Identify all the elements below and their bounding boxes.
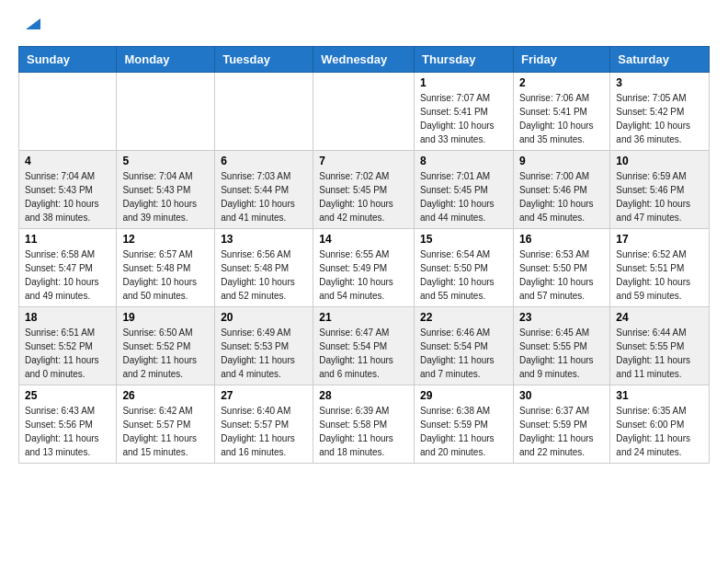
day-info: Sunrise: 7:02 AMSunset: 5:45 PMDaylight:… bbox=[319, 169, 408, 224]
day-number: 21 bbox=[319, 311, 408, 324]
calendar-week-row: 1Sunrise: 7:07 AMSunset: 5:41 PMDaylight… bbox=[19, 73, 710, 151]
day-info: Sunrise: 6:59 AMSunset: 5:46 PMDaylight:… bbox=[616, 169, 703, 224]
day-info: Sunrise: 7:04 AMSunset: 5:43 PMDaylight:… bbox=[122, 169, 209, 224]
day-number: 6 bbox=[221, 155, 307, 167]
day-info: Sunrise: 7:04 AMSunset: 5:43 PMDaylight:… bbox=[25, 169, 110, 224]
calendar-cell bbox=[215, 73, 313, 151]
day-number: 9 bbox=[519, 155, 604, 167]
day-number: 13 bbox=[221, 233, 307, 246]
day-info: Sunrise: 6:58 AMSunset: 5:47 PMDaylight:… bbox=[25, 247, 110, 303]
calendar-week-row: 18Sunrise: 6:51 AMSunset: 5:52 PMDayligh… bbox=[19, 307, 710, 385]
calendar-cell: 12Sunrise: 6:57 AMSunset: 5:48 PMDayligh… bbox=[117, 229, 215, 307]
calendar-cell: 16Sunrise: 6:53 AMSunset: 5:50 PMDayligh… bbox=[513, 229, 609, 307]
day-number: 14 bbox=[319, 233, 408, 246]
day-number: 28 bbox=[319, 389, 408, 402]
calendar-cell: 31Sunrise: 6:35 AMSunset: 6:00 PMDayligh… bbox=[610, 385, 710, 464]
day-number: 17 bbox=[616, 233, 703, 246]
logo-area bbox=[18, 15, 46, 37]
day-number: 24 bbox=[616, 311, 703, 324]
day-info: Sunrise: 6:55 AMSunset: 5:49 PMDaylight:… bbox=[319, 247, 408, 303]
calendar-cell: 11Sunrise: 6:58 AMSunset: 5:47 PMDayligh… bbox=[19, 229, 117, 307]
calendar-cell: 5Sunrise: 7:04 AMSunset: 5:43 PMDaylight… bbox=[117, 151, 215, 229]
day-number: 12 bbox=[122, 233, 209, 246]
day-info: Sunrise: 6:37 AMSunset: 5:59 PMDaylight:… bbox=[519, 404, 604, 459]
calendar-cell: 8Sunrise: 7:01 AMSunset: 5:45 PMDaylight… bbox=[415, 151, 514, 229]
day-number: 18 bbox=[25, 311, 110, 324]
day-info: Sunrise: 6:52 AMSunset: 5:51 PMDaylight:… bbox=[616, 247, 703, 303]
day-number: 20 bbox=[221, 311, 307, 324]
day-number: 25 bbox=[25, 389, 110, 402]
calendar-cell: 4Sunrise: 7:04 AMSunset: 5:43 PMDaylight… bbox=[19, 151, 117, 229]
calendar-cell: 10Sunrise: 6:59 AMSunset: 5:46 PMDayligh… bbox=[610, 151, 710, 229]
day-info: Sunrise: 7:07 AMSunset: 5:41 PMDaylight:… bbox=[420, 91, 507, 146]
calendar-cell bbox=[19, 73, 117, 151]
calendar-cell: 17Sunrise: 6:52 AMSunset: 5:51 PMDayligh… bbox=[610, 229, 710, 307]
day-number: 3 bbox=[616, 76, 703, 89]
calendar-cell: 21Sunrise: 6:47 AMSunset: 5:54 PMDayligh… bbox=[313, 307, 415, 385]
calendar-cell: 19Sunrise: 6:50 AMSunset: 5:52 PMDayligh… bbox=[117, 307, 215, 385]
logo bbox=[18, 15, 46, 37]
calendar-cell: 7Sunrise: 7:02 AMSunset: 5:45 PMDaylight… bbox=[313, 151, 415, 229]
weekday-header-wednesday: Wednesday bbox=[313, 47, 415, 73]
weekday-header-saturday: Saturday bbox=[610, 47, 710, 73]
day-number: 26 bbox=[122, 389, 209, 402]
day-info: Sunrise: 6:57 AMSunset: 5:48 PMDaylight:… bbox=[122, 247, 209, 303]
day-number: 7 bbox=[319, 155, 408, 167]
calendar-cell: 3Sunrise: 7:05 AMSunset: 5:42 PMDaylight… bbox=[610, 73, 710, 151]
weekday-header-tuesday: Tuesday bbox=[215, 47, 313, 73]
day-info: Sunrise: 6:47 AMSunset: 5:54 PMDaylight:… bbox=[319, 326, 408, 381]
calendar-cell: 25Sunrise: 6:43 AMSunset: 5:56 PMDayligh… bbox=[19, 385, 117, 464]
svg-marker-0 bbox=[26, 18, 40, 29]
page: SundayMondayTuesdayWednesdayThursdayFrid… bbox=[0, 0, 728, 478]
day-number: 16 bbox=[519, 233, 604, 246]
day-info: Sunrise: 7:06 AMSunset: 5:41 PMDaylight:… bbox=[519, 91, 604, 146]
weekday-header-friday: Friday bbox=[513, 47, 609, 73]
weekday-header-monday: Monday bbox=[117, 47, 215, 73]
calendar-cell: 22Sunrise: 6:46 AMSunset: 5:54 PMDayligh… bbox=[415, 307, 514, 385]
calendar-cell: 29Sunrise: 6:38 AMSunset: 5:59 PMDayligh… bbox=[415, 385, 514, 464]
weekday-header-thursday: Thursday bbox=[415, 47, 514, 73]
calendar-week-row: 25Sunrise: 6:43 AMSunset: 5:56 PMDayligh… bbox=[19, 385, 710, 464]
calendar-cell bbox=[313, 73, 415, 151]
day-info: Sunrise: 7:01 AMSunset: 5:45 PMDaylight:… bbox=[420, 169, 507, 224]
calendar-cell: 6Sunrise: 7:03 AMSunset: 5:44 PMDaylight… bbox=[215, 151, 313, 229]
calendar-week-row: 11Sunrise: 6:58 AMSunset: 5:47 PMDayligh… bbox=[19, 229, 710, 307]
calendar-cell: 30Sunrise: 6:37 AMSunset: 5:59 PMDayligh… bbox=[513, 385, 609, 464]
day-number: 29 bbox=[420, 389, 507, 402]
day-number: 31 bbox=[616, 389, 703, 402]
day-number: 19 bbox=[122, 311, 209, 324]
calendar-cell bbox=[117, 73, 215, 151]
day-info: Sunrise: 6:42 AMSunset: 5:57 PMDaylight:… bbox=[122, 404, 209, 459]
day-info: Sunrise: 6:39 AMSunset: 5:58 PMDaylight:… bbox=[319, 404, 408, 459]
day-number: 22 bbox=[420, 311, 507, 324]
day-number: 11 bbox=[25, 233, 110, 246]
header bbox=[18, 15, 710, 37]
day-info: Sunrise: 6:35 AMSunset: 6:00 PMDaylight:… bbox=[616, 404, 703, 459]
calendar-cell: 20Sunrise: 6:49 AMSunset: 5:53 PMDayligh… bbox=[215, 307, 313, 385]
day-info: Sunrise: 6:43 AMSunset: 5:56 PMDaylight:… bbox=[25, 404, 110, 459]
day-info: Sunrise: 7:05 AMSunset: 5:42 PMDaylight:… bbox=[616, 91, 703, 146]
calendar-cell: 23Sunrise: 6:45 AMSunset: 5:55 PMDayligh… bbox=[513, 307, 609, 385]
day-info: Sunrise: 6:53 AMSunset: 5:50 PMDaylight:… bbox=[519, 247, 604, 303]
calendar-cell: 18Sunrise: 6:51 AMSunset: 5:52 PMDayligh… bbox=[19, 307, 117, 385]
day-info: Sunrise: 6:38 AMSunset: 5:59 PMDaylight:… bbox=[420, 404, 507, 459]
day-number: 4 bbox=[25, 155, 110, 167]
weekday-header-sunday: Sunday bbox=[19, 47, 117, 73]
calendar: SundayMondayTuesdayWednesdayThursdayFrid… bbox=[18, 46, 710, 464]
day-info: Sunrise: 6:51 AMSunset: 5:52 PMDaylight:… bbox=[25, 326, 110, 381]
day-info: Sunrise: 6:40 AMSunset: 5:57 PMDaylight:… bbox=[221, 404, 307, 459]
day-info: Sunrise: 6:54 AMSunset: 5:50 PMDaylight:… bbox=[420, 247, 507, 303]
calendar-cell: 9Sunrise: 7:00 AMSunset: 5:46 PMDaylight… bbox=[513, 151, 609, 229]
day-info: Sunrise: 7:03 AMSunset: 5:44 PMDaylight:… bbox=[221, 169, 307, 224]
calendar-cell: 14Sunrise: 6:55 AMSunset: 5:49 PMDayligh… bbox=[313, 229, 415, 307]
calendar-cell: 27Sunrise: 6:40 AMSunset: 5:57 PMDayligh… bbox=[215, 385, 313, 464]
day-number: 15 bbox=[420, 233, 507, 246]
calendar-cell: 2Sunrise: 7:06 AMSunset: 5:41 PMDaylight… bbox=[513, 73, 609, 151]
day-number: 1 bbox=[420, 76, 507, 89]
day-info: Sunrise: 6:50 AMSunset: 5:52 PMDaylight:… bbox=[122, 326, 209, 381]
day-number: 23 bbox=[519, 311, 604, 324]
day-info: Sunrise: 6:46 AMSunset: 5:54 PMDaylight:… bbox=[420, 326, 507, 381]
calendar-header-row: SundayMondayTuesdayWednesdayThursdayFrid… bbox=[19, 47, 710, 73]
calendar-week-row: 4Sunrise: 7:04 AMSunset: 5:43 PMDaylight… bbox=[19, 151, 710, 229]
day-number: 10 bbox=[616, 155, 703, 167]
